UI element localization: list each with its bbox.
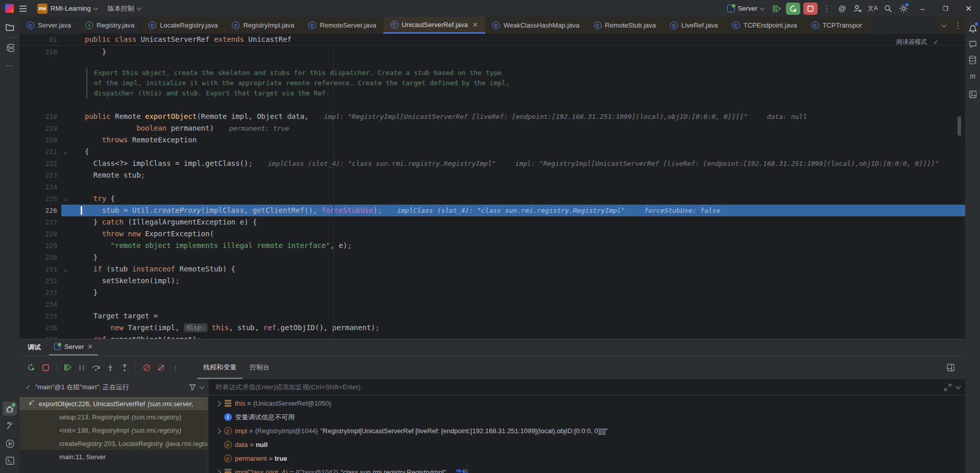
close-icon[interactable]: ✕ bbox=[472, 21, 478, 29]
code-line[interactable]: 230 } bbox=[19, 252, 965, 263]
code-line[interactable]: 221⌄{ bbox=[19, 146, 965, 158]
build-tool-button[interactable] bbox=[3, 419, 17, 433]
run-config-selector[interactable]: Server bbox=[722, 0, 769, 17]
stack-frame-row[interactable]: createRegistry:203, LocateRegistry(java.… bbox=[19, 437, 208, 450]
stack-frame-row[interactable]: <init>:198, RegistryImpl(sun.rmi.registr… bbox=[19, 424, 208, 437]
filter-funnel-icon[interactable] bbox=[189, 384, 196, 391]
evaluate-expression-input[interactable]: 对表达式求值(Enter)或添加监视(Ctrl+Shift+Enter) bbox=[208, 379, 965, 395]
line-number[interactable]: 227 bbox=[19, 216, 61, 228]
stack-frame-row[interactable]: setup:213, RegistryImpl(sun.rmi.registry… bbox=[19, 410, 208, 424]
translate-button[interactable]: 文A bbox=[865, 0, 880, 17]
variable-row[interactable]: pimpl={RegistryImpl@1044}"RegistryImpl[U… bbox=[208, 424, 965, 438]
more-actions-button[interactable]: ⋮ bbox=[819, 0, 834, 17]
code-editor[interactable]: 81 public class UnicastServerRef extends… bbox=[19, 34, 965, 339]
close-icon[interactable]: ✕ bbox=[87, 343, 93, 351]
code-line[interactable]: 234 bbox=[19, 298, 965, 310]
step-into-button[interactable] bbox=[104, 361, 117, 374]
thread-selector[interactable]: ✓ "main"@1 在组"main": 正在运行 bbox=[19, 379, 208, 395]
resume-button[interactable] bbox=[61, 361, 74, 374]
tab-threads-variables[interactable]: 线程和变量 bbox=[197, 356, 243, 379]
expand-icon[interactable] bbox=[944, 384, 951, 391]
reader-mode-widget[interactable]: 阅读器模式 ✓ bbox=[896, 38, 939, 46]
editor-tab-tcpendpoint-java[interactable]: CTCPEndpoint.java bbox=[725, 17, 804, 34]
variable-row[interactable]: this={UnicastServerRef@1050} bbox=[208, 396, 965, 410]
debug-button[interactable] bbox=[769, 0, 784, 17]
notifications-button[interactable] bbox=[967, 22, 979, 34]
line-number[interactable]: 235 bbox=[19, 310, 61, 322]
line-number[interactable]: 229 bbox=[19, 240, 61, 252]
code-line[interactable]: 228 throw new ExportException( bbox=[19, 228, 965, 240]
maven-tool-button[interactable]: m bbox=[967, 70, 979, 82]
code-line[interactable]: 223 Remote stub; bbox=[19, 169, 965, 181]
line-number[interactable]: 230 bbox=[19, 252, 61, 263]
project-tool-button[interactable] bbox=[3, 20, 17, 34]
code-line[interactable]: 225⌄ try { bbox=[19, 193, 965, 205]
navigate-link[interactable]: 导航 bbox=[456, 468, 469, 473]
debug-more-button[interactable]: ⋮ bbox=[169, 361, 182, 374]
line-number[interactable]: 224 bbox=[19, 181, 61, 193]
fold-chevron-icon[interactable]: ⌄ bbox=[61, 146, 69, 158]
mute-breakpoints-button[interactable] bbox=[154, 361, 168, 374]
code-line[interactable]: 235 Target target = bbox=[19, 310, 965, 322]
layout-settings-button[interactable] bbox=[944, 361, 957, 374]
stack-frame-row[interactable]: main:11, Server bbox=[19, 450, 208, 463]
expand-chevron-icon[interactable] bbox=[213, 470, 223, 473]
services-tool-button[interactable] bbox=[3, 436, 17, 451]
tab-list-dropdown-button[interactable] bbox=[938, 17, 950, 34]
stop-debug-button[interactable] bbox=[39, 361, 52, 374]
tab-console[interactable]: 控制台 bbox=[244, 356, 276, 379]
editor-tab-tcptransport-java[interactable]: CTCPTransport.java bbox=[804, 17, 870, 34]
step-over-button[interactable] bbox=[89, 361, 103, 374]
code-line[interactable]: 219 boolean permanent)permanent: true bbox=[19, 122, 965, 134]
debug-tool-button[interactable] bbox=[3, 402, 17, 416]
terminal-tool-button[interactable] bbox=[3, 454, 17, 468]
variable-row[interactable]: implClass (slot_4)={Class@1042}"class su… bbox=[208, 465, 965, 473]
line-number[interactable]: 223 bbox=[19, 169, 61, 181]
variable-row[interactable]: pdata=null bbox=[208, 438, 965, 452]
code-line[interactable]: 231⌄ if (stub instanceof RemoteStub) { bbox=[19, 263, 965, 275]
inspections-ok-icon[interactable]: ✓ bbox=[933, 38, 939, 46]
line-number[interactable]: 220 bbox=[19, 134, 61, 146]
search-everywhere-button[interactable] bbox=[880, 0, 896, 17]
editor-tab-weakclasshashmap-java[interactable]: CWeakClassHashMap.java bbox=[485, 17, 587, 34]
settings-button[interactable] bbox=[896, 0, 911, 17]
reset-frame-button[interactable] bbox=[140, 361, 153, 374]
stop-button[interactable] bbox=[803, 3, 818, 15]
code-with-me-button[interactable] bbox=[850, 0, 865, 17]
pause-button[interactable] bbox=[75, 361, 88, 374]
rerun-button[interactable] bbox=[786, 3, 800, 15]
variable-info-row[interactable]: i变量调试信息不可用 bbox=[208, 410, 965, 424]
rerun-debug-button[interactable] bbox=[25, 361, 38, 374]
expand-chevron-icon[interactable] bbox=[213, 429, 223, 433]
minimize-button[interactable]: – bbox=[911, 0, 934, 17]
code-line[interactable]: 233 } bbox=[19, 287, 965, 298]
chevron-down-icon[interactable] bbox=[200, 384, 205, 389]
line-number[interactable]: 219 bbox=[19, 122, 61, 134]
step-out-button[interactable] bbox=[118, 361, 131, 374]
line-number[interactable]: 225⌄ bbox=[19, 193, 61, 205]
expand-chevron-icon[interactable] bbox=[213, 402, 223, 406]
code-line[interactable]: 236 new Target(impl, disp: this, stub, r… bbox=[19, 322, 965, 334]
stack-frame-row[interactable]: exportObject:226, UnicastServerRef(sun.r… bbox=[19, 397, 208, 410]
editor-tab-liveref-java[interactable]: CLiveRef.java bbox=[663, 17, 725, 34]
code-line[interactable]: 229 "remote object implements illegal re… bbox=[19, 240, 965, 252]
editor-scrollbar-thumb[interactable] bbox=[958, 116, 961, 136]
code-line[interactable]: 227 } catch (IllegalArgumentException e)… bbox=[19, 216, 965, 228]
ai-chat-tool-button[interactable] bbox=[967, 38, 979, 51]
debug-session-tab[interactable]: Server ✕ bbox=[49, 339, 98, 356]
editor-tab-unicastserverref-java[interactable]: CUnicastServerRef.java✕ bbox=[384, 17, 485, 34]
editor-tab-registry-java[interactable]: IRegistry.java bbox=[78, 17, 141, 34]
more-tools-button[interactable]: ⋯ bbox=[3, 58, 17, 72]
line-number[interactable]: 226 bbox=[19, 205, 61, 216]
editor-tab-registryimpl-java[interactable]: CRegistryImpl.java bbox=[225, 17, 301, 34]
line-number[interactable]: 233 bbox=[19, 287, 61, 298]
editor-tab-remoteserver-java[interactable]: CRemoteServer.java bbox=[301, 17, 384, 34]
code-line[interactable]: 218public Remote exportObject(Remote imp… bbox=[19, 111, 965, 122]
variable-row[interactable]: ppermanent=true bbox=[208, 452, 965, 465]
main-menu-button[interactable] bbox=[14, 0, 32, 17]
chevron-down-icon[interactable] bbox=[956, 384, 961, 389]
database-tool-button[interactable] bbox=[967, 54, 979, 66]
line-number[interactable]: 218 bbox=[19, 111, 61, 122]
line-number[interactable]: 234 bbox=[19, 298, 61, 310]
line-number[interactable]: 222 bbox=[19, 158, 61, 169]
